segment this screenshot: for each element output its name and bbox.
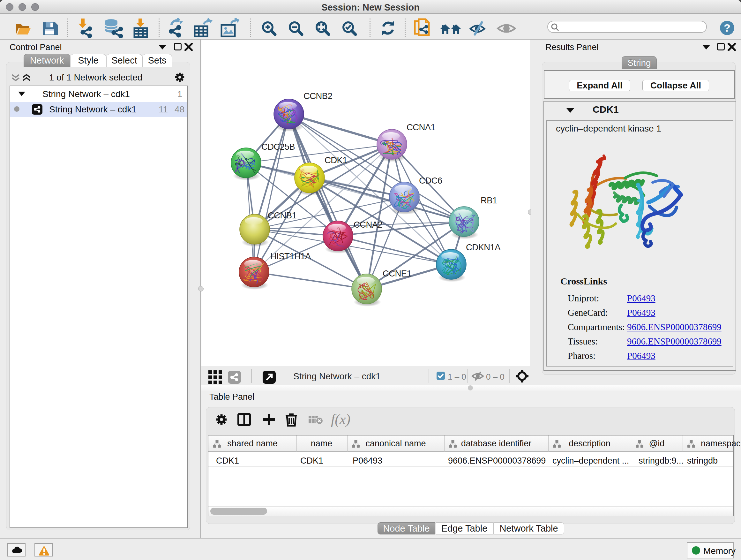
- svg-text:CDC6: CDC6: [419, 176, 442, 186]
- svg-text:CDC25B: CDC25B: [261, 142, 295, 152]
- svg-text:HIST1H1A: HIST1H1A: [270, 251, 311, 261]
- svg-text:CDKN1A: CDKN1A: [466, 242, 501, 252]
- svg-text:CCNA1: CCNA1: [407, 122, 435, 132]
- svg-text:RB1: RB1: [481, 195, 497, 205]
- svg-text:CCNE1: CCNE1: [383, 268, 411, 278]
- svg-text:CDK1: CDK1: [325, 155, 347, 165]
- svg-text:CCNB2: CCNB2: [304, 91, 332, 101]
- svg-text:CCNA2: CCNA2: [354, 220, 382, 230]
- svg-text:CCNB1: CCNB1: [268, 210, 296, 220]
